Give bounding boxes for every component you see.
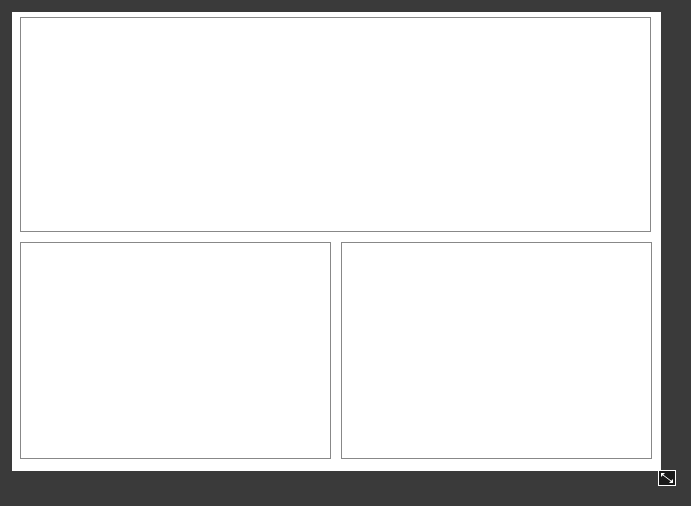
panel-bottom-left[interactable] — [20, 242, 331, 459]
resize-handle[interactable] — [658, 470, 676, 486]
svg-line-0 — [663, 475, 671, 481]
panel-bottom-right[interactable] — [341, 242, 652, 459]
content-area — [12, 12, 661, 471]
panel-top[interactable] — [20, 17, 651, 232]
resize-diagonal-icon — [660, 472, 674, 484]
